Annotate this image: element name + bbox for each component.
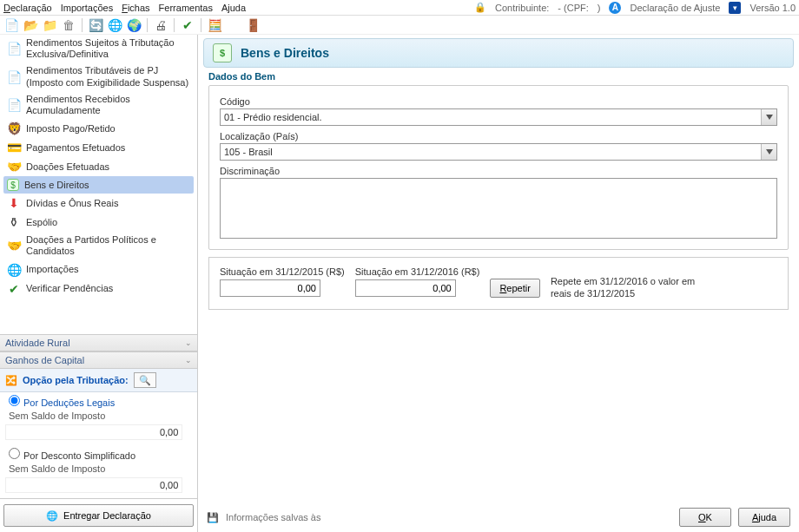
coffin-icon: ⚱ [7, 215, 21, 229]
chevron-down-icon[interactable] [761, 109, 776, 125]
contribuinte-label: Contribuinte: [495, 3, 549, 13]
print-icon[interactable]: 🖨 [153, 17, 168, 33]
sit2015-label: Situação em 31/12/2015 (R$) [220, 266, 345, 277]
globe-icon: 🌐 [46, 510, 58, 522]
menu-fichas[interactable]: Fichas [122, 3, 149, 13]
nav-import[interactable]: 🌐Importações [3, 260, 194, 279]
svg-marker-1 [766, 149, 773, 154]
nav-list: 📄Rendimentos Sujeitos à Tributação Exclu… [0, 35, 197, 334]
nav-rend-exclusiva[interactable]: 📄Rendimentos Sujeitos à Tributação Exclu… [3, 35, 194, 62]
check-icon: ✔ [7, 282, 21, 296]
form-dados-bem: Código 01 - Prédio residencial. Localiza… [208, 85, 789, 250]
discr-label: Discriminação [220, 166, 777, 176]
doc-icon: 📄 [7, 98, 21, 112]
ok-button[interactable]: OK [679, 508, 731, 527]
ajuda-button[interactable]: Ajuda [738, 508, 790, 527]
loc-label: Localização (País) [220, 131, 777, 141]
tax-option-row: 🔀 Opção pela Tributação: 🔍 [0, 369, 197, 392]
panel-atividade-rural[interactable]: Atividade Rural⌄ [0, 334, 197, 351]
open-icon[interactable]: 📂 [23, 17, 38, 33]
sit2016-label: Situação em 31/12/2016 (R$) [355, 266, 480, 277]
radio-desconto-simpl[interactable]: Por Desconto Simplificado [0, 445, 197, 463]
nav-dividas[interactable]: ⬇Dívidas e Ônus Reais [3, 194, 194, 213]
entregar-declaracao-button[interactable]: 🌐 Entregar Declaração [3, 504, 194, 527]
nav-rend-pj[interactable]: 📄Rendimentos Tributáveis de PJ (Imposto … [3, 62, 194, 90]
sem-saldo-2: Sem Saldo de Imposto [0, 463, 197, 476]
expand-icon[interactable]: ⌄ [185, 356, 192, 365]
nav-pagamentos[interactable]: 💳Pagamentos Efetuados [3, 138, 194, 157]
radio-deducoes-legais[interactable]: Por Deduções Legais [0, 392, 197, 410]
discriminacao-textarea[interactable] [220, 178, 777, 239]
save-icon: 💾 [207, 512, 219, 523]
nav-espolio[interactable]: ⚱Espólio [3, 213, 194, 232]
nav-verificar[interactable]: ✔Verificar Pendências [3, 279, 194, 299]
menu-importacoes[interactable]: Importações [61, 3, 114, 13]
main-menu: Declaração Importações Fichas Ferramenta… [3, 3, 246, 13]
doc-icon: 📄 [7, 70, 21, 84]
search-button[interactable]: 🔍 [134, 372, 156, 388]
ajuste-icon: A [609, 2, 621, 14]
versao-label: Versão 1.0 [749, 3, 796, 13]
nav-bens-direitos[interactable]: $Bens e Direitos [3, 176, 194, 194]
page-header: $ Bens e Direitos [203, 38, 794, 68]
section-title: Dados do Bem [198, 71, 799, 85]
hands-icon: 🤝 [7, 239, 21, 253]
globe-export-icon[interactable]: 🌍 [126, 17, 142, 33]
repetir-button[interactable]: Repetir [490, 279, 539, 298]
sit2016-input[interactable] [355, 279, 456, 297]
valor-deducoes: 0,00 [5, 424, 182, 440]
page-title: Bens e Direitos [241, 46, 329, 60]
panel-ganhos-capital[interactable]: Ganhos de Capital⌄ [0, 351, 197, 369]
swap-icon: 🔀 [5, 375, 17, 386]
saved-label: Informações salvas às [226, 512, 320, 522]
valor-simpl: 0,00 [5, 477, 182, 493]
codigo-select[interactable]: 01 - Prédio residencial. [220, 108, 777, 126]
folder-icon[interactable]: 📁 [42, 17, 57, 33]
globe-icon: 🌐 [7, 263, 21, 277]
decl-ajuste-label: Declaração de Ajuste [630, 3, 720, 13]
toolbar: 📄 📂 📁 🗑 🔄 🌐 🌍 🖨 ✔ 🧮 🚪 [0, 16, 799, 35]
sem-saldo-1: Sem Saldo de Imposto [0, 410, 197, 423]
check-icon[interactable]: ✔ [180, 17, 195, 33]
refresh-icon[interactable]: 🔄 [88, 17, 103, 33]
new-icon[interactable]: 📄 [3, 17, 19, 33]
search-icon: 🔍 [139, 375, 151, 386]
card-icon: 💳 [7, 141, 21, 154]
svg-marker-0 [766, 115, 773, 120]
nav-imposto-pago[interactable]: 🦁Imposto Pago/Retido [3, 119, 194, 138]
lion-icon: 🦁 [7, 122, 21, 135]
menu-ferramentas[interactable]: Ferramentas [159, 3, 213, 13]
lock-icon: 🔒 [474, 2, 486, 13]
loc-select[interactable]: 105 - Brasil [220, 143, 777, 161]
hands-icon: 🤝 [7, 160, 21, 174]
menu-ajuda[interactable]: Ajuda [221, 3, 246, 13]
repetir-hint: Repete em 31/12/2016 o valor em reais de… [551, 266, 698, 300]
cpf-label: - (CPF: [558, 3, 588, 13]
tax-option-label: Opção pela Tributação: [23, 375, 129, 385]
cpf-close: ) [598, 3, 601, 13]
expand-icon[interactable]: ⌄ [185, 338, 192, 347]
situacao-row: Situação em 31/12/2015 (R$) Situação em … [208, 257, 789, 310]
sit2015-input[interactable] [220, 279, 320, 297]
exit-icon[interactable]: 🚪 [245, 17, 261, 33]
dollar-icon: $ [7, 179, 19, 191]
globe-import-icon[interactable]: 🌐 [107, 17, 122, 33]
version-icon: ▾ [729, 2, 741, 14]
dollar-icon: $ [213, 43, 232, 62]
menu-declaracao[interactable]: Declaração [3, 3, 52, 13]
calc-icon[interactable]: 🧮 [207, 17, 222, 33]
down-arrow-icon: ⬇ [7, 196, 21, 210]
nav-doacoes[interactable]: 🤝Doações Efetuadas [3, 157, 194, 176]
nav-rend-acum[interactable]: 📄Rendimentos Recebidos Acumuladamente [3, 91, 194, 119]
nav-doacoes-partidos[interactable]: 🤝Doações a Partidos Políticos e Candidat… [3, 232, 194, 259]
codigo-label: Código [220, 96, 777, 107]
delete-icon[interactable]: 🗑 [61, 17, 76, 33]
chevron-down-icon[interactable] [761, 144, 776, 160]
doc-icon: 📄 [7, 42, 21, 56]
